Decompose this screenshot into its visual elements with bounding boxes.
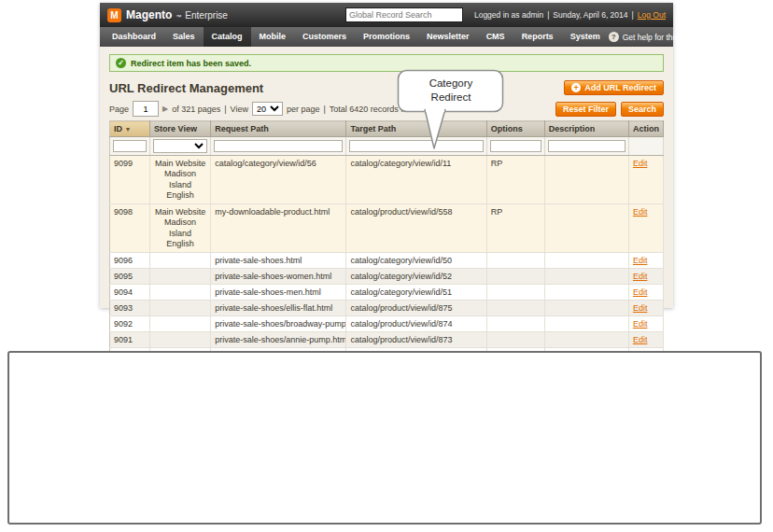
nav-item-promotions[interactable]: Promotions [355, 27, 418, 47]
add-url-redirect-button[interactable]: + Add URL Redirect [564, 80, 664, 95]
cell-store-view [150, 253, 211, 269]
cell-options [486, 301, 544, 316]
cell-id: 9093 [110, 301, 150, 316]
current-date: Sunday, April 6, 2014 [553, 10, 627, 20]
cell-request-path: my-downloadable-product.html [211, 204, 346, 253]
success-message: ✓ Redirect item has been saved. [109, 54, 664, 72]
table-row[interactable]: 9096 private-sale-shoes.html catalog/cat… [110, 253, 664, 269]
search-button[interactable]: Search [621, 102, 664, 117]
cell-action: Edit [628, 156, 663, 204]
cell-description [544, 316, 628, 332]
global-search-input[interactable] [345, 7, 463, 22]
table-row[interactable]: 9092 private-sale-shoes/broadway-pump.ht… [110, 316, 664, 332]
cell-target-path: catalog/category/view/id/51 [346, 285, 486, 301]
cell-id: 9099 [110, 156, 150, 204]
cell-request-path: private-sale-shoes/ellis-flat.html [211, 301, 346, 316]
nav-item-system[interactable]: System [562, 27, 609, 47]
filter-target-path-input[interactable] [349, 140, 483, 152]
magento-admin-window: M Magento ™ Enterprise Logged in as admi… [100, 3, 673, 308]
table-row[interactable]: 9098 Main Website Madison Island English… [110, 204, 664, 253]
column-header-request-path[interactable]: Request Path [211, 121, 346, 137]
cell-description [544, 204, 628, 253]
column-header-store-view[interactable]: Store View [150, 121, 211, 137]
cell-description [544, 301, 628, 316]
cell-action: Edit [628, 301, 663, 316]
cell-target-path: catalog/product/view/id/558 [346, 204, 486, 253]
nav-item-catalog[interactable]: Catalog [204, 27, 251, 47]
column-header-options[interactable]: Options [486, 121, 544, 137]
cell-id: 9094 [110, 285, 150, 301]
edit-link[interactable]: Edit [633, 303, 648, 313]
brand-name: Magento [126, 8, 172, 21]
magento-logo-icon: M [107, 8, 121, 22]
per-page-select[interactable]: 20 [252, 102, 283, 116]
page-number-input[interactable] [133, 101, 159, 117]
edit-link[interactable]: Edit [633, 287, 648, 297]
cell-store-view [150, 269, 211, 285]
cell-target-path: catalog/product/view/id/875 [346, 301, 486, 316]
cell-action: Edit [628, 253, 663, 269]
column-header-target-path[interactable]: Target Path [346, 121, 486, 137]
column-header-id[interactable]: ID ▼ [110, 121, 150, 137]
content-area: ✓ Redirect item has been saved. URL Redi… [100, 47, 673, 380]
trademark-symbol: ™ [176, 14, 181, 20]
total-records-label: Total 6420 records found [330, 105, 422, 114]
nav-item-reports[interactable]: Reports [513, 27, 562, 47]
success-check-icon: ✓ [116, 58, 126, 68]
edit-link[interactable]: Edit [633, 256, 648, 265]
table-row[interactable]: 9099 Main Website Madison Island English… [110, 156, 664, 204]
edit-link[interactable]: Edit [633, 319, 648, 329]
nav-item-dashboard[interactable]: Dashboard [104, 27, 164, 47]
cell-request-path: private-sale-shoes-women.html [211, 269, 346, 285]
logout-link[interactable]: Log Out [638, 10, 666, 20]
edit-link[interactable]: Edit [633, 159, 648, 168]
table-row[interactable]: 9093 private-sale-shoes/ellis-flat.html … [110, 301, 664, 316]
table-row[interactable]: 9091 private-sale-shoes/annie-pump.html … [110, 332, 664, 348]
edit-link[interactable]: Edit [633, 272, 648, 281]
nav-item-cms[interactable]: CMS [478, 27, 513, 47]
cell-options [486, 332, 544, 348]
per-page-label: per page [287, 105, 320, 114]
table-row[interactable]: 9095 private-sale-shoes-women.html catal… [110, 269, 664, 285]
filter-request-path-input[interactable] [214, 140, 343, 152]
filter-store-view-select[interactable] [153, 139, 207, 153]
help-link[interactable]: ? Get help for this page [609, 27, 702, 47]
cell-action: Edit [628, 204, 663, 253]
filter-description-input[interactable] [548, 140, 625, 152]
reset-filter-button[interactable]: Reset Filter [555, 102, 616, 117]
cell-action: Edit [628, 269, 663, 285]
help-label: Get help for this page [623, 33, 698, 42]
cell-store-view [150, 285, 211, 301]
success-text: Redirect item has been saved. [131, 59, 251, 68]
separator: | [323, 105, 325, 114]
cell-id: 9092 [110, 316, 150, 332]
cell-id: 9098 [110, 204, 150, 253]
cell-store-view [150, 332, 211, 348]
filter-id-input[interactable] [113, 140, 147, 152]
cell-store-view [150, 301, 211, 316]
session-info: Logged in as admin | Sunday, April 6, 20… [474, 10, 666, 20]
column-header-description[interactable]: Description [544, 121, 628, 137]
nav-item-customers[interactable]: Customers [294, 27, 355, 47]
cell-action: Edit [628, 316, 663, 332]
top-bar: M Magento ™ Enterprise Logged in as admi… [100, 3, 673, 27]
table-row[interactable]: 9094 private-sale-shoes-men.html catalog… [110, 285, 664, 301]
nav-item-mobile[interactable]: Mobile [251, 27, 295, 47]
nav-item-newsletter[interactable]: Newsletter [418, 27, 478, 47]
next-page-icon[interactable]: ▶ [162, 105, 168, 113]
edit-link[interactable]: Edit [633, 207, 648, 217]
page-label: Page [109, 105, 129, 114]
cell-options: RP [486, 156, 544, 204]
column-header-action: Action [628, 121, 663, 137]
cell-description [544, 332, 628, 348]
filter-options-input[interactable] [490, 140, 541, 152]
cell-action: Edit [628, 332, 663, 348]
cell-target-path: catalog/category/view/id/52 [346, 269, 486, 285]
cell-id: 9091 [110, 332, 150, 348]
edit-link[interactable]: Edit [633, 335, 648, 344]
page-header: URL Redirect Management + Add URL Redire… [109, 80, 664, 95]
nav-item-sales[interactable]: Sales [164, 27, 204, 47]
brand-edition: Enterprise [185, 10, 228, 21]
cell-target-path: catalog/product/view/id/873 [346, 332, 486, 348]
empty-note-box [7, 351, 762, 525]
